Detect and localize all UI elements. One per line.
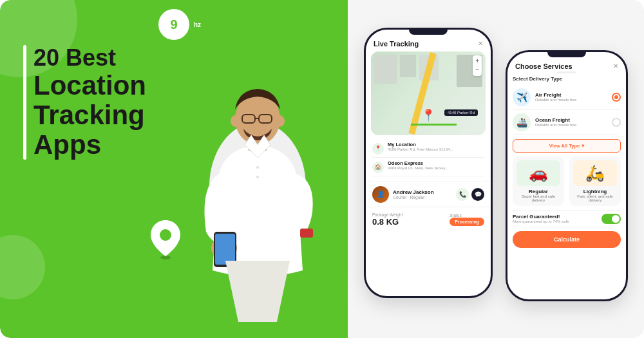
speed-card-regular[interactable]: 🚗 Regular Super fast and safe delivery [513, 156, 564, 206]
location-1-addr: 4160 Parker Rd, New Mexico 31134... [388, 147, 453, 151]
parcel-row: Parcel Guaranteed! More guaranteed up to… [513, 210, 621, 227]
phone-left: Live Tracking ✕ 4140 Parker Rd 📍 [364, 28, 493, 298]
location-rows: 📍 My Location 4160 Parker Rd, New Mexico… [366, 135, 491, 180]
air-freight-text: Air Freight Reliable and hassle free [535, 92, 607, 102]
svg-point-8 [231, 115, 240, 127]
status-badge: Processing [450, 218, 484, 226]
regular-name: Regular [516, 189, 560, 194]
phone-right: Choose Services ✕ Select Delivery Type ✈… [506, 50, 628, 301]
phone-left-title: Live Tracking [374, 40, 419, 48]
location-2-name: Odeon Express [388, 160, 448, 166]
package-row: Package Weight 0.8 KG Status Processing [366, 209, 491, 230]
parcel-toggle[interactable] [601, 214, 621, 224]
map-route [411, 124, 457, 126]
phone-notch-right [547, 52, 586, 57]
svg-point-14 [256, 166, 259, 169]
air-freight-name: Air Freight [535, 92, 607, 98]
location-2-addr: 3464 Royal Ln, Melo, New Jersey... [388, 166, 448, 170]
logo: 9 hz [158, 9, 189, 40]
air-freight-desc: Reliable and hassle free [535, 98, 607, 102]
courier-name: Andrew Jackson [393, 189, 452, 195]
service-option-ocean[interactable]: 🚢 Ocean Freight Reliable and hassle free [513, 110, 621, 135]
location-row-1: 📍 My Location 4160 Parker Rd, New Mexico… [372, 139, 484, 158]
logo-hz: hz [194, 21, 201, 28]
courier-type: Courier · Regular [393, 195, 452, 200]
phone-right-title: Choose Services [515, 62, 573, 70]
location-2-text: Odeon Express 3464 Royal Ln, Melo, New J… [388, 160, 448, 170]
package-weight-label: Package Weight [372, 212, 402, 217]
location-row-2: 🏠 Odeon Express 3464 Royal Ln, Melo, New… [372, 158, 484, 176]
speed-card-lightning[interactable]: 🛵 Lightning Fast, silent, and safe deliv… [569, 156, 621, 206]
courier-info: Andrew Jackson Courier · Regular [393, 189, 452, 200]
location-1-name: My Location [388, 142, 453, 147]
svg-point-9 [276, 115, 285, 127]
svg-point-15 [256, 176, 259, 178]
calculate-button[interactable]: Calculate [513, 231, 621, 248]
phone-left-close[interactable]: ✕ [478, 40, 483, 47]
svg-point-1 [160, 229, 171, 241]
lightning-name: Lightning [573, 189, 617, 194]
package-weight-value: 0.8 KG [372, 217, 402, 227]
logo-circle: 9 hz [158, 9, 189, 40]
ocean-freight-radio[interactable] [612, 118, 621, 127]
divider-line [557, 71, 576, 73]
right-section: Live Tracking ✕ 4140 Parker Rd 📍 [348, 0, 644, 338]
delivery-type-label: Select Delivery Type [513, 76, 621, 82]
map-area: 4140 Parker Rd 📍 +− [371, 52, 486, 135]
odeon-icon: 🏠 [372, 162, 384, 173]
border-line [23, 45, 26, 160]
ocean-freight-name: Ocean Freight [535, 117, 607, 123]
view-all-label: View All Type [549, 143, 580, 149]
package-weight-block: Package Weight 0.8 KG [372, 212, 402, 227]
building-2 [400, 55, 416, 77]
phone-right-close[interactable]: ✕ [613, 62, 618, 70]
building-1 [374, 55, 397, 84]
location-1-text: My Location 4160 Parker Rd, New Mexico 3… [388, 142, 453, 151]
decor-circle-2 [0, 235, 45, 299]
svg-rect-12 [215, 234, 235, 265]
parcel-info: Parcel Guaranteed! More guaranteed up to… [513, 214, 601, 223]
person-image [174, 45, 341, 338]
parcel-desc: More guaranteed up to 74% safe [513, 220, 601, 223]
svg-rect-13 [300, 229, 313, 238]
map-address-label: 4140 Parker Rd [444, 109, 478, 116]
services-content: Select Delivery Type ✈️ Air Freight Reli… [507, 76, 626, 248]
status-block: Status Processing [450, 213, 484, 226]
parcel-title: Parcel Guaranteed! [513, 214, 601, 220]
ocean-freight-icon: 🚢 [513, 113, 531, 131]
my-location-icon: 📍 [372, 143, 384, 155]
phone-left-header: Live Tracking ✕ [366, 37, 491, 52]
speed-options: 🚗 Regular Super fast and safe delivery 🛵… [513, 156, 621, 206]
toggle-knob [612, 215, 620, 223]
air-freight-radio[interactable] [612, 93, 621, 102]
lightning-delivery-image: 🛵 [573, 160, 617, 186]
left-section: 9 hz 20 Best Location Tracking Apps [0, 0, 348, 338]
main-container: 9 hz 20 Best Location Tracking Apps [0, 0, 644, 338]
ocean-freight-text: Ocean Freight Reliable and hassle free [535, 117, 607, 127]
air-freight-icon: ✈️ [513, 88, 531, 106]
regular-desc: Super fast and safe delivery [516, 194, 560, 202]
courier-avatar: 👤 [372, 186, 389, 203]
courier-actions: 📞 💬 [456, 188, 484, 201]
courier-row: 👤 Andrew Jackson Courier · Regular 📞 💬 [366, 182, 491, 207]
phone-notch-left [409, 30, 448, 35]
map-pin: 📍 [421, 108, 435, 122]
message-button[interactable]: 💬 [471, 188, 484, 201]
divider-bar [507, 71, 626, 73]
ocean-freight-desc: Reliable and hassle free [535, 123, 607, 127]
regular-delivery-image: 🚗 [516, 160, 560, 186]
lightning-desc: Fast, silent, and safe delivery [573, 194, 617, 202]
view-all-button[interactable]: View All Type ▾ [513, 139, 621, 153]
radio-dot [614, 95, 618, 99]
call-button[interactable]: 📞 [456, 188, 469, 201]
logo-symbol: 9 [170, 17, 177, 32]
map-zoom-controls[interactable]: +− [473, 55, 482, 76]
status-label: Status [450, 213, 484, 218]
service-option-air[interactable]: ✈️ Air Freight Reliable and hassle free [513, 85, 621, 110]
chevron-down-icon: ▾ [582, 143, 584, 149]
